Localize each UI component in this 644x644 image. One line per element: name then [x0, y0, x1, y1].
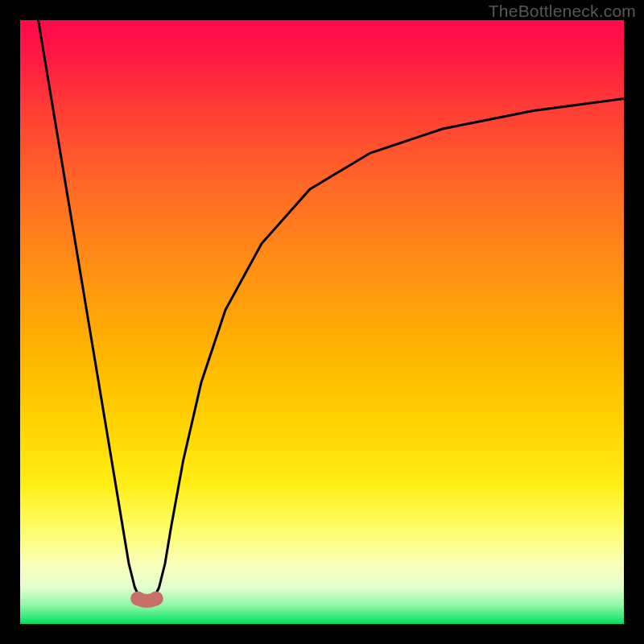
- plot-area: [20, 20, 624, 624]
- left-branch-path: [39, 20, 142, 600]
- curve-layer: [20, 20, 624, 624]
- dip-marker-right: [149, 592, 163, 606]
- right-branch-path: [153, 99, 624, 601]
- dip-marker-left: [130, 592, 145, 606]
- attribution-text: TheBottleneck.com: [489, 2, 636, 21]
- chart-frame: TheBottleneck.com: [0, 0, 644, 644]
